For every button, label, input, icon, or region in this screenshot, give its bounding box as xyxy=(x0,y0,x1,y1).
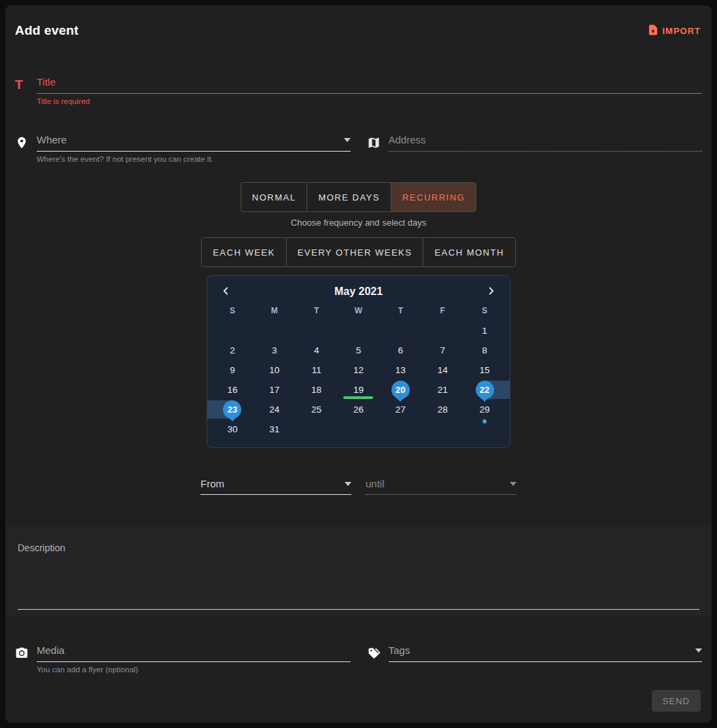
weekday-label: W xyxy=(338,303,380,321)
weekday-label: S xyxy=(464,303,506,321)
import-label: IMPORT xyxy=(662,26,701,36)
where-address-row: Where Where's the event? If not present … xyxy=(5,134,712,163)
calendar-grid: 1234567891011121314151617181920212223242… xyxy=(211,321,506,439)
calendar-day-30[interactable]: 30 xyxy=(211,419,253,439)
chevron-down-icon xyxy=(510,482,517,486)
calendar-day-28[interactable]: 28 xyxy=(421,400,464,419)
description-section: Description xyxy=(5,526,712,616)
calendar-day-26[interactable]: 26 xyxy=(338,400,380,419)
tags-placeholder: Tags xyxy=(389,644,410,656)
chevron-right-icon[interactable] xyxy=(484,284,499,299)
tab-normal[interactable]: NORMAL xyxy=(241,183,308,211)
address-placeholder: Address xyxy=(389,134,426,145)
title-text-icon: T xyxy=(15,76,37,105)
calendar-day-empty xyxy=(338,419,380,439)
weekday-label: T xyxy=(296,303,338,321)
calendar-weekday-row: SMTWTFS xyxy=(211,303,506,321)
calendar-day-empty xyxy=(253,321,296,341)
where-field-block: Where Where's the event? If not present … xyxy=(15,134,351,163)
calendar-day-4[interactable]: 4 xyxy=(296,341,338,360)
title-error-text: Title is required xyxy=(37,97,702,105)
calendar-day-5[interactable]: 5 xyxy=(338,341,380,360)
page-title: Add event xyxy=(15,23,79,38)
calendar-day-15[interactable]: 15 xyxy=(464,360,506,380)
calendar-day-empty xyxy=(296,321,338,341)
tags-icon xyxy=(367,644,389,674)
calendar-day-24[interactable]: 24 xyxy=(253,400,296,419)
calendar-day-23[interactable]: 23 xyxy=(211,400,253,419)
calendar-day-27[interactable]: 27 xyxy=(379,400,421,419)
tab-more-days[interactable]: MORE DAYS xyxy=(307,183,391,211)
time-range-row: From until xyxy=(5,478,712,495)
where-placeholder: Where xyxy=(37,134,67,145)
import-file-icon xyxy=(647,24,659,38)
chevron-down-icon xyxy=(345,482,351,486)
calendar-day-empty xyxy=(421,321,464,341)
freq-each-week[interactable]: EACH WEEK xyxy=(202,238,287,266)
calendar-day-1[interactable]: 1 xyxy=(464,321,506,341)
calendar-day-7[interactable]: 7 xyxy=(421,341,464,360)
add-event-dialog: Add event IMPORT T Title Title is requir… xyxy=(5,5,712,723)
media-tags-row: Media You can add a flyer (optional) Tag… xyxy=(5,644,712,674)
weekday-label: M xyxy=(253,303,296,321)
calendar-day-21[interactable]: 21 xyxy=(421,380,464,400)
calendar-day-13[interactable]: 13 xyxy=(379,360,421,380)
until-placeholder: until xyxy=(366,478,385,489)
location-pin-icon xyxy=(15,134,37,163)
calendar-day-8[interactable]: 8 xyxy=(464,341,506,360)
send-button[interactable]: SEND xyxy=(652,690,701,712)
calendar-day-empty xyxy=(379,419,421,439)
until-select: until xyxy=(366,478,517,495)
weekday-label: S xyxy=(211,303,253,321)
where-select[interactable]: Where xyxy=(37,134,351,152)
calendar-day-empty xyxy=(421,419,464,439)
calendar-day-9[interactable]: 9 xyxy=(211,360,253,380)
title-input[interactable]: Title xyxy=(37,76,702,94)
calendar-day-14[interactable]: 14 xyxy=(421,360,464,380)
chevron-left-icon[interactable] xyxy=(218,284,233,299)
weekday-label: T xyxy=(379,303,421,321)
media-helper-text: You can add a flyer (optional) xyxy=(37,665,351,674)
media-placeholder: Media xyxy=(37,644,65,656)
calendar-day-22[interactable]: 22 xyxy=(464,380,506,400)
calendar-day-31[interactable]: 31 xyxy=(253,419,296,439)
calendar-day-2[interactable]: 2 xyxy=(211,341,253,360)
freq-every-other-weeks[interactable]: EVERY OTHER WEEKS xyxy=(287,238,424,266)
camera-icon xyxy=(15,644,37,674)
calendar-day-3[interactable]: 3 xyxy=(253,341,296,360)
tags-field-block: Tags xyxy=(367,644,703,674)
import-button[interactable]: IMPORT xyxy=(647,24,701,38)
address-field-block: Address xyxy=(367,134,703,163)
tags-select[interactable]: Tags xyxy=(389,644,703,662)
calendar-day-10[interactable]: 10 xyxy=(253,360,296,380)
calendar-day-6[interactable]: 6 xyxy=(379,341,421,360)
description-input[interactable] xyxy=(18,609,699,610)
calendar-day-12[interactable]: 12 xyxy=(338,360,380,380)
weekday-label: F xyxy=(421,303,464,321)
calendar-day-17[interactable]: 17 xyxy=(253,380,296,400)
calendar-day-empty xyxy=(296,419,338,439)
media-input[interactable]: Media xyxy=(37,644,351,662)
calendar-day-20[interactable]: 20 xyxy=(379,380,421,400)
calendar-day-16[interactable]: 16 xyxy=(211,380,253,400)
address-input: Address xyxy=(389,134,703,152)
calendar-day-11[interactable]: 11 xyxy=(296,360,338,380)
calendar-day-25[interactable]: 25 xyxy=(296,400,338,419)
from-select[interactable]: From xyxy=(200,478,351,495)
title-field-block: T Title Title is required xyxy=(5,76,712,105)
calendar-day-18[interactable]: 18 xyxy=(296,380,338,400)
freq-each-month[interactable]: EACH MONTH xyxy=(423,238,514,266)
calendar: May 2021 SMTWTFS 12345678910111213141516… xyxy=(207,275,510,448)
media-field-block: Media You can add a flyer (optional) xyxy=(15,644,351,674)
calendar-day-empty xyxy=(379,321,421,341)
calendar-day-19[interactable]: 19 xyxy=(338,380,380,400)
calendar-day-29[interactable]: 29 xyxy=(464,400,506,419)
calendar-month-label: May 2021 xyxy=(334,285,383,298)
title-placeholder: Title xyxy=(37,76,56,88)
chevron-down-icon xyxy=(695,648,702,653)
from-placeholder: From xyxy=(200,478,224,489)
calendar-day-empty xyxy=(211,321,253,341)
where-helper-text: Where's the event? If not present you ca… xyxy=(37,155,351,163)
tab-recurring[interactable]: RECURRING xyxy=(391,183,476,211)
map-icon xyxy=(367,134,389,163)
